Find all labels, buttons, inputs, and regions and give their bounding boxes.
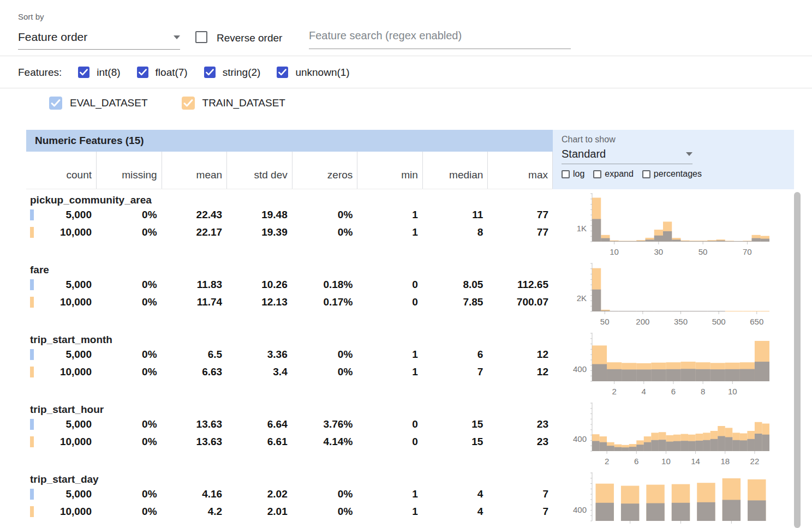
chart-option-label: percentages bbox=[654, 169, 702, 179]
stats-row-eval: 5,0000%4.162.020%147 bbox=[26, 485, 553, 503]
feature-block-pickup_community_area: pickup_community_area5,0000%22.4319.480%… bbox=[26, 190, 553, 260]
stat-value: 5,000 bbox=[26, 418, 96, 430]
stat-value: 5,000 bbox=[26, 349, 96, 361]
numeric-features-title: Numeric Features (15) bbox=[35, 135, 144, 147]
checkbox-unchecked-icon[interactable] bbox=[562, 170, 570, 178]
histogram-chart: 4002610141822 bbox=[553, 399, 794, 469]
dataset-toggle-train[interactable]: TRAIN_DATASET bbox=[182, 97, 285, 110]
svg-text:500: 500 bbox=[712, 317, 726, 326]
stat-value: 0% bbox=[292, 226, 357, 238]
stat-value: 0% bbox=[96, 226, 162, 238]
histogram-trip_start_month: 400246810 bbox=[553, 329, 794, 399]
svg-text:30: 30 bbox=[654, 247, 664, 256]
vertical-scrollbar[interactable] bbox=[794, 192, 801, 528]
chart-option-label: expand bbox=[605, 169, 634, 179]
checkbox-unchecked-icon[interactable] bbox=[642, 170, 650, 178]
stat-value: 19.48 bbox=[226, 209, 292, 221]
stat-value: 0% bbox=[96, 296, 162, 308]
stat-value: 12 bbox=[487, 366, 553, 378]
stat-value: 19.39 bbox=[226, 226, 292, 238]
stat-value: 3.4 bbox=[226, 366, 292, 378]
stats-row-eval: 5,0000%13.636.643.76%01523 bbox=[26, 416, 553, 433]
svg-text:50: 50 bbox=[600, 317, 610, 326]
chart-to-show-label: Chart to show bbox=[562, 135, 794, 145]
dataset-label: EVAL_DATASET bbox=[70, 97, 148, 109]
stat-value: 13.63 bbox=[162, 418, 227, 430]
dataset-marker-eval bbox=[30, 279, 34, 290]
column-header-zeros: zeros bbox=[292, 152, 357, 189]
svg-text:10: 10 bbox=[610, 247, 619, 256]
histogram-fare: 2K50200350500650 bbox=[553, 260, 794, 329]
stat-value: 12 bbox=[487, 349, 553, 361]
feature-type-filter-float[interactable]: float(7) bbox=[137, 67, 188, 79]
feature-type-filter-int[interactable]: int(8) bbox=[78, 67, 120, 79]
stat-value: 0 bbox=[357, 436, 422, 448]
stat-value: 7.85 bbox=[422, 296, 488, 308]
checkbox-checked-icon[interactable] bbox=[277, 67, 288, 78]
feature-type-label: float(7) bbox=[156, 67, 188, 79]
feature-type-filter-string[interactable]: string(2) bbox=[204, 67, 261, 79]
stat-value: 0 bbox=[357, 296, 422, 308]
stat-value: 6.61 bbox=[226, 436, 292, 448]
stat-value: 0% bbox=[96, 436, 162, 448]
svg-text:1K: 1K bbox=[577, 224, 587, 233]
checkbox-unchecked-icon[interactable] bbox=[593, 170, 601, 178]
checkbox-checked-icon[interactable] bbox=[137, 67, 148, 78]
checkbox-checked-icon[interactable] bbox=[49, 97, 62, 110]
svg-text:18: 18 bbox=[720, 457, 730, 466]
stats-row-eval: 5,0000%22.4319.480%11177 bbox=[26, 206, 553, 224]
stat-value: 0% bbox=[292, 506, 357, 518]
stat-value: 0% bbox=[292, 349, 357, 361]
stat-value: 6.5 bbox=[162, 349, 227, 361]
feature-block-trip_start_hour: trip_start_hour5,0000%13.636.643.76%0152… bbox=[26, 399, 553, 469]
histogram-pickup_community_area: 1K10305070 bbox=[553, 190, 794, 260]
checkbox-checked-icon[interactable] bbox=[182, 97, 195, 110]
svg-text:2: 2 bbox=[612, 387, 616, 396]
sort-by-label: Sort by bbox=[18, 12, 44, 21]
sort-by-select[interactable]: Feature order bbox=[18, 31, 180, 50]
dataset-toggle-eval[interactable]: EVAL_DATASET bbox=[49, 97, 148, 110]
stat-value: 77 bbox=[487, 209, 553, 221]
feature-block-trip_start_day: trip_start_day5,0000%4.162.020%14710,000… bbox=[26, 469, 553, 528]
stat-value: 700.07 bbox=[487, 296, 553, 308]
checkbox-checked-icon[interactable] bbox=[204, 67, 216, 78]
svg-text:350: 350 bbox=[674, 317, 688, 326]
column-header-min: min bbox=[357, 152, 422, 189]
chart-option-percentages[interactable]: percentages bbox=[642, 169, 702, 179]
column-header-row: countmissingmeanstd devzerosminmedianmax bbox=[26, 152, 553, 189]
histogram-chart: 400246 bbox=[553, 469, 794, 528]
feature-search-input[interactable] bbox=[309, 29, 571, 49]
chart-option-log[interactable]: log bbox=[562, 169, 584, 179]
stat-value: 4 bbox=[422, 506, 488, 518]
dataset-legend: EVAL_DATASETTRAIN_DATASET bbox=[49, 89, 285, 117]
stat-value: 4 bbox=[422, 488, 488, 500]
stat-value: 7 bbox=[487, 488, 553, 500]
svg-text:6: 6 bbox=[671, 387, 676, 396]
stat-value: 1 bbox=[357, 209, 422, 221]
feature-type-filter-unknown[interactable]: unknown(1) bbox=[277, 67, 349, 79]
reverse-order-checkbox[interactable] bbox=[195, 31, 207, 43]
stats-row-train: 10,0000%22.1719.390%1877 bbox=[26, 224, 553, 241]
svg-text:10: 10 bbox=[728, 387, 737, 396]
toolbar: Sort by Feature order Reverse order bbox=[0, 0, 812, 56]
stat-value: 0% bbox=[96, 366, 162, 378]
stat-value: 3.76% bbox=[292, 418, 357, 430]
chart-option-list: logexpandpercentages bbox=[562, 169, 794, 179]
svg-text:8: 8 bbox=[701, 387, 705, 396]
stat-value: 0 bbox=[357, 418, 422, 430]
column-header-missing: missing bbox=[96, 152, 162, 189]
feature-type-filter-bar: Features: int(8)float(7)string(2)unknown… bbox=[0, 57, 812, 88]
svg-text:22: 22 bbox=[750, 457, 760, 466]
chart-option-expand[interactable]: expand bbox=[593, 169, 634, 179]
stat-value: 5,000 bbox=[26, 279, 96, 291]
stat-value: 10,000 bbox=[26, 226, 96, 238]
stat-value: 5,000 bbox=[26, 488, 96, 500]
histogram-chart: 2K50200350500650 bbox=[553, 260, 794, 329]
svg-text:400: 400 bbox=[573, 505, 587, 514]
checkbox-checked-icon[interactable] bbox=[78, 67, 89, 78]
chart-type-select[interactable]: Standard bbox=[562, 148, 692, 164]
stat-value: 0.17% bbox=[292, 296, 357, 308]
stat-value: 8.05 bbox=[422, 279, 488, 291]
stat-value: 112.65 bbox=[487, 279, 553, 291]
histogram-trip_start_hour: 4002610141822 bbox=[553, 399, 794, 469]
